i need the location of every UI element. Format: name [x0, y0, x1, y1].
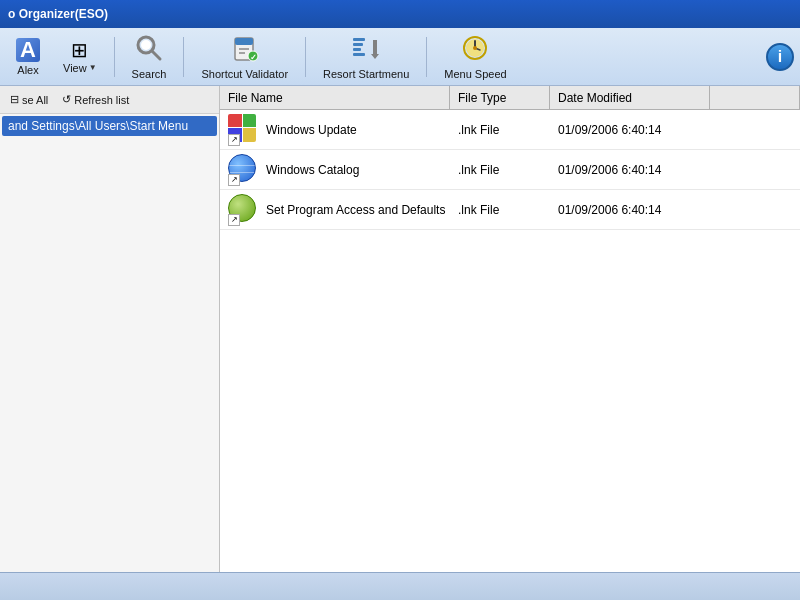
svg-rect-10 [353, 43, 363, 46]
title-bar: o Organizer(ESO) [0, 0, 800, 28]
table-row[interactable]: ↗ Windows Catalog .lnk File 01/09/2006 6… [220, 150, 800, 190]
shortcut-validator-button[interactable]: ✓ Shortcut Validator [192, 32, 297, 82]
speed-button[interactable]: Menu Speed [435, 32, 515, 82]
svg-line-2 [152, 51, 160, 59]
main-content: ⊟ se All ↺ Refresh list and Settings\All… [0, 86, 800, 572]
resort-icon [351, 34, 381, 66]
title-text: o Organizer(ESO) [8, 7, 108, 21]
shortcut-overlay-icon: ↗ [228, 214, 240, 226]
col-header-date[interactable]: Date Modified [550, 86, 710, 109]
info-button[interactable]: i [766, 43, 794, 71]
resort-button[interactable]: Resort Startmenu [314, 32, 418, 82]
left-panel-toolbar: ⊟ se All ↺ Refresh list [0, 86, 219, 114]
windows-update-icon: ↗ [228, 114, 260, 146]
alex-label: Alex [17, 64, 38, 76]
svg-rect-9 [353, 38, 365, 41]
file-type-cell: .lnk File [450, 163, 550, 177]
file-date-cell: 01/09/2006 6:40:14 [550, 163, 710, 177]
view-button[interactable]: ⊞ View ▼ [54, 32, 106, 82]
file-type-cell: .lnk File [450, 203, 550, 217]
search-button[interactable]: Search [123, 32, 176, 82]
alex-button[interactable]: A Alex [6, 32, 50, 82]
refresh-list-button[interactable]: ↺ Refresh list [58, 91, 133, 108]
left-panel: ⊟ se All ↺ Refresh list and Settings\All… [0, 86, 220, 572]
svg-rect-4 [235, 38, 253, 45]
svg-point-1 [141, 40, 151, 50]
table-row[interactable]: ↗ Set Program Access and Defaults .lnk F… [220, 190, 800, 230]
separator-2 [183, 37, 184, 77]
file-list-header: File Name File Type Date Modified [220, 86, 800, 110]
svg-text:✓: ✓ [249, 53, 256, 62]
file-type-cell: .lnk File [450, 123, 550, 137]
col-header-name[interactable]: File Name [220, 86, 450, 109]
separator-1 [114, 37, 115, 77]
alex-icon: A [16, 38, 40, 62]
file-name-cell: ↗ Set Program Access and Defaults [220, 194, 450, 226]
file-date-cell: 01/09/2006 6:40:14 [550, 203, 710, 217]
resort-label: Resort Startmenu [323, 68, 409, 80]
right-panel: File Name File Type Date Modified [220, 86, 800, 572]
file-list-body: ↗ Windows Update .lnk File 01/09/2006 6:… [220, 110, 800, 572]
svg-rect-12 [353, 53, 365, 56]
separator-3 [305, 37, 306, 77]
speed-label: Menu Speed [444, 68, 506, 80]
shortcut-label: Shortcut Validator [201, 68, 288, 80]
shortcut-overlay-icon: ↗ [228, 134, 240, 146]
col-header-type[interactable]: File Type [450, 86, 550, 109]
toolbar: A Alex ⊞ View ▼ Search [0, 28, 800, 86]
file-name-cell: ↗ Windows Update [220, 114, 450, 146]
separator-4 [426, 37, 427, 77]
windows-catalog-icon: ↗ [228, 154, 260, 186]
shortcut-overlay-icon: ↗ [228, 174, 240, 186]
file-name-cell: ↗ Windows Catalog [220, 154, 450, 186]
status-bar [0, 572, 800, 600]
shortcut-icon: ✓ [231, 34, 259, 66]
search-icon [135, 34, 163, 66]
file-date-cell: 01/09/2006 6:40:14 [550, 123, 710, 137]
program-access-icon: ↗ [228, 194, 260, 226]
speed-icon [460, 34, 490, 66]
view-dropdown-arrow: ▼ [89, 63, 97, 72]
tree-item-start-menu[interactable]: and Settings\All Users\Start Menu [2, 116, 217, 136]
svg-point-17 [473, 46, 477, 50]
col-header-extra [710, 86, 800, 109]
table-row[interactable]: ↗ Windows Update .lnk File 01/09/2006 6:… [220, 110, 800, 150]
view-label: View [63, 62, 87, 74]
left-panel-tree: and Settings\All Users\Start Menu [0, 114, 219, 572]
view-icon: ⊞ [71, 40, 88, 60]
collapse-icon: ⊟ [10, 93, 19, 106]
svg-rect-11 [353, 48, 361, 51]
collapse-all-button[interactable]: ⊟ se All [6, 91, 52, 108]
refresh-icon: ↺ [62, 93, 71, 106]
search-label: Search [132, 68, 167, 80]
